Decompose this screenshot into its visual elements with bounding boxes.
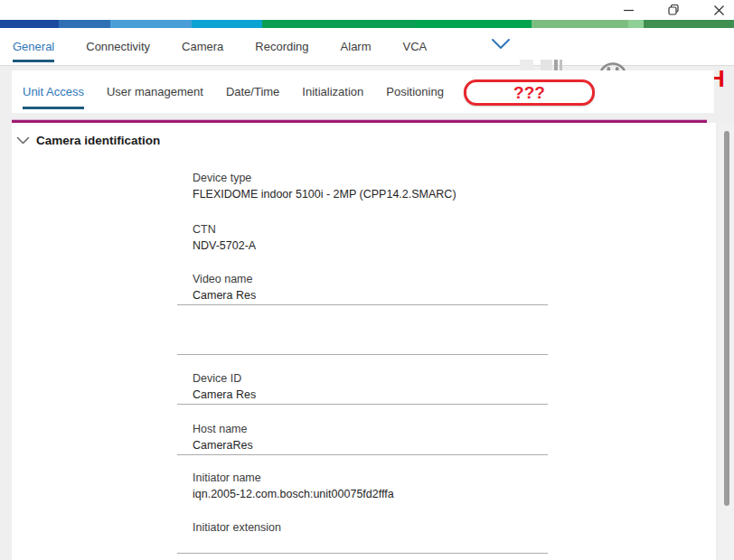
- tab-general[interactable]: General: [13, 28, 54, 65]
- stripe-segment: [628, 20, 644, 28]
- tab-alarm[interactable]: Alarm: [341, 28, 372, 65]
- subtab-unit-access[interactable]: Unit Access: [23, 70, 84, 113]
- field-value: iqn.2005-12.com.bosch:unit00075fd2fffa: [193, 487, 554, 501]
- subtab-initialization[interactable]: Initialization: [302, 70, 363, 113]
- minimize-icon: [624, 5, 634, 15]
- field-video-name-2: [193, 338, 554, 340]
- stripe-segment: [644, 20, 734, 28]
- field-label: Device type: [193, 171, 554, 185]
- field-label: Video name: [193, 272, 554, 286]
- field-device-id: Device ID Camera Res: [193, 371, 554, 402]
- sub-tab-bar: Unit Access User management Date/Time In…: [12, 70, 714, 113]
- field-value: NDV-5702-A: [193, 238, 554, 253]
- field-label: CTN: [193, 222, 554, 237]
- stripe-segment: [110, 20, 192, 28]
- restore-down-icon: [668, 5, 679, 15]
- collapse-chevron-icon[interactable]: [16, 136, 30, 145]
- video-name-input[interactable]: Camera Res: [193, 288, 554, 303]
- stripe-segment: [262, 20, 416, 28]
- input-underline: [177, 354, 548, 355]
- host-name-input[interactable]: CameraRes: [193, 438, 554, 453]
- device-id-input[interactable]: Camera Res: [193, 387, 554, 402]
- stripe-segment: [416, 20, 532, 28]
- field-label: Host name: [193, 422, 554, 436]
- stripe-segment: [532, 20, 628, 28]
- close-button[interactable]: [703, 0, 734, 20]
- field-host-name: Host name CameraRes: [193, 422, 554, 453]
- field-video-name: Video name Camera Res: [193, 272, 554, 303]
- stripe-segment: [0, 20, 59, 28]
- field-initiator-name: Initiator name iqn.2005-12.com.bosch:uni…: [193, 471, 554, 501]
- unknown-tab-annotation[interactable]: ???: [464, 79, 595, 106]
- input-underline: [177, 553, 548, 554]
- minimize-button[interactable]: [613, 0, 644, 20]
- subtab-date-time[interactable]: Date/Time: [226, 70, 279, 113]
- subtab-user-management[interactable]: User management: [107, 70, 203, 113]
- restore-button[interactable]: [658, 0, 689, 20]
- field-initiator-extension: Initiator extension: [193, 520, 554, 537]
- field-label: Device ID: [193, 371, 554, 386]
- field-label: Initiator extension: [193, 520, 554, 535]
- close-icon: [714, 5, 724, 15]
- window-titlebar: [0, 0, 734, 20]
- input-underline: [177, 304, 548, 305]
- tab-vca[interactable]: VCA: [403, 28, 428, 65]
- tab-recording[interactable]: Recording: [255, 28, 308, 65]
- field-ctn: CTN NDV-5702-A: [193, 222, 554, 253]
- field-label: Initiator name: [193, 471, 554, 485]
- chevron-down-icon: [491, 38, 511, 53]
- content-panel: Camera identification Device type FLEXID…: [12, 123, 716, 560]
- section-header[interactable]: Camera identification: [16, 134, 160, 147]
- stripe-segment: [192, 20, 262, 28]
- stripe-segment: [59, 20, 110, 28]
- tab-camera[interactable]: Camera: [182, 28, 223, 65]
- main-tab-bar: General Connectivity Camera Recording Al…: [0, 28, 734, 66]
- tab-connectivity[interactable]: Connectivity: [86, 28, 150, 65]
- input-underline: [177, 404, 548, 405]
- subtab-positioning[interactable]: Positioning: [386, 70, 444, 113]
- section-title: Camera identification: [36, 134, 160, 147]
- more-tabs-button[interactable]: [491, 38, 511, 54]
- brand-color-stripe: [0, 20, 734, 28]
- scrollbar-thumb[interactable]: [724, 131, 729, 506]
- scrollbar-track[interactable]: [719, 123, 734, 560]
- input-underline: [177, 454, 548, 455]
- field-device-type: Device type FLEXIDOME indoor 5100i - 2MP…: [193, 171, 554, 201]
- field-value: FLEXIDOME indoor 5100i - 2MP (CPP14.2.SM…: [193, 187, 554, 201]
